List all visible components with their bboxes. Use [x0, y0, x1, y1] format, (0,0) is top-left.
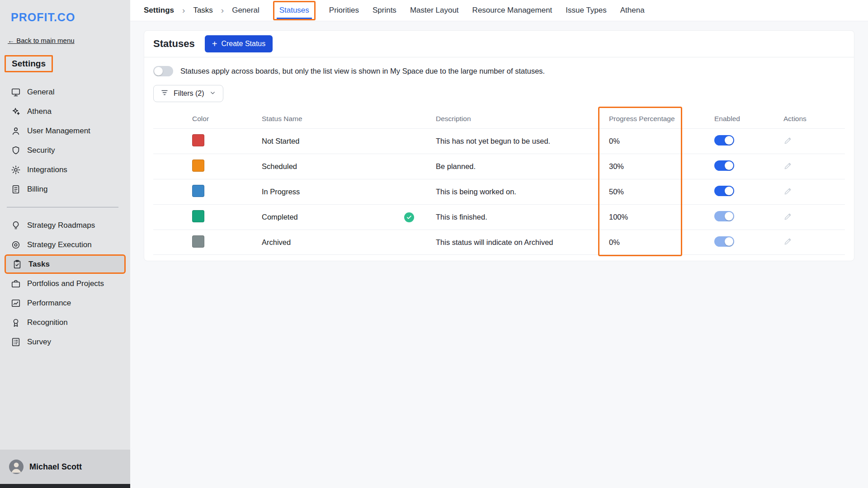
header-status-name: Status Name	[262, 115, 436, 123]
tab-sprints[interactable]: Sprints	[373, 6, 396, 15]
enabled-toggle[interactable]	[714, 135, 734, 145]
sidebar-item-strategy-execution[interactable]: Strategy Execution	[0, 235, 130, 254]
sidebar-user-footer[interactable]: Michael Scott	[0, 450, 130, 484]
sidebar-item-survey[interactable]: Survey	[0, 332, 130, 352]
edit-icon[interactable]	[783, 187, 793, 196]
sidebar-divider	[7, 207, 118, 207]
edit-icon[interactable]	[783, 136, 793, 145]
chevron-down-icon	[209, 89, 216, 98]
avatar	[9, 460, 24, 474]
progress-value: 0%	[609, 137, 714, 145]
filter-icon	[160, 89, 169, 99]
sidebar-item-strategy-roadmaps[interactable]: Strategy Roadmaps	[0, 216, 130, 235]
sidebar-item-athena[interactable]: Athena	[0, 102, 130, 121]
page-title: Statuses	[153, 38, 195, 50]
sidebar-item-tasks[interactable]: Tasks	[5, 254, 126, 274]
sidebar-item-performance[interactable]: Performance	[0, 293, 130, 313]
table-row: In Progress This is being worked on. 50%	[153, 179, 845, 204]
sidebar: PROFIT.CO ← Back to main menu Settings G…	[0, 0, 130, 488]
chevron-right-icon: ›	[221, 5, 224, 15]
chart-icon	[11, 298, 21, 308]
table-row: Not Started This has not yet begun to be…	[153, 128, 845, 154]
progress-value: 0%	[609, 238, 714, 247]
check-icon	[404, 212, 414, 222]
enabled-toggle[interactable]	[714, 160, 734, 171]
sidebar-nav-top: General Athena User Management Security …	[0, 82, 130, 199]
progress-value: 50%	[609, 188, 714, 196]
briefcase-icon	[11, 279, 21, 289]
board-note-toggle[interactable]	[153, 66, 173, 76]
tab-priorities[interactable]: Priorities	[329, 6, 359, 15]
table-row: Completed This is finished. 100%	[153, 204, 845, 230]
status-description: This has not yet begun to be used.	[436, 137, 609, 145]
color-swatch	[192, 160, 204, 172]
color-swatch	[192, 235, 204, 248]
edit-icon[interactable]	[783, 237, 793, 246]
sidebar-item-label: Tasks	[28, 260, 50, 269]
content-area: Statuses + Create Status Statuses apply …	[130, 21, 868, 488]
tab-general[interactable]: General	[232, 6, 259, 15]
statuses-card: Statuses + Create Status Statuses apply …	[144, 30, 854, 261]
enabled-toggle[interactable]	[714, 186, 734, 196]
sidebar-item-recognition[interactable]: Recognition	[0, 313, 130, 332]
sidebar-item-label: Portfolios and Projects	[27, 279, 104, 288]
sidebar-item-billing[interactable]: Billing	[0, 179, 130, 199]
sidebar-item-label: User Management	[27, 127, 90, 136]
sidebar-item-label: Billing	[27, 185, 47, 194]
top-navigation: Settings › Tasks › General Statuses Prio…	[130, 0, 868, 21]
breadcrumb-settings[interactable]: Settings	[144, 6, 174, 15]
color-swatch	[192, 210, 204, 222]
shield-icon	[11, 145, 21, 155]
status-name: Not Started	[262, 137, 299, 145]
header-actions: Actions	[783, 115, 845, 123]
filters-label: Filters (2)	[174, 89, 204, 98]
target-icon	[11, 240, 21, 250]
enabled-toggle[interactable]	[714, 236, 734, 247]
filters-button[interactable]: Filters (2)	[153, 85, 223, 102]
sidebar-item-label: Athena	[27, 107, 52, 116]
create-status-button[interactable]: + Create Status	[205, 35, 273, 52]
table-row: Archived This status will indicate on Ar…	[153, 230, 845, 255]
tab-athena[interactable]: Athena	[620, 6, 645, 15]
card-header: Statuses + Create Status	[144, 31, 854, 57]
sidebar-item-general[interactable]: General	[0, 82, 130, 102]
breadcrumb-tasks[interactable]: Tasks	[193, 6, 212, 15]
sidebar-item-label: General	[27, 88, 54, 97]
status-name: In Progress	[262, 188, 300, 196]
progress-value: 30%	[609, 162, 714, 171]
tab-master-layout[interactable]: Master Layout	[410, 6, 459, 15]
sidebar-item-label: Survey	[27, 338, 51, 347]
tab-resource-management[interactable]: Resource Management	[472, 6, 552, 15]
status-description: This status will indicate on Archived	[436, 238, 609, 247]
header-progress-percentage: Progress Percentage	[609, 115, 714, 123]
chevron-right-icon: ›	[182, 5, 185, 15]
lightbulb-icon	[11, 221, 21, 230]
document-icon	[11, 184, 21, 194]
profit-co-logo: PROFIT.CO	[0, 0, 130, 24]
sidebar-bottom-strip	[0, 484, 130, 488]
edit-icon[interactable]	[783, 161, 793, 170]
main-area: Settings › Tasks › General Statuses Prio…	[130, 0, 868, 488]
create-status-label: Create Status	[221, 40, 265, 48]
status-name: Archived	[262, 238, 291, 247]
sidebar-item-security[interactable]: Security	[0, 141, 130, 160]
survey-icon	[11, 337, 21, 347]
tab-statuses[interactable]: Statuses	[273, 1, 316, 20]
sidebar-item-portfolios-and-projects[interactable]: Portfolios and Projects	[0, 274, 130, 293]
edit-icon[interactable]	[783, 212, 793, 221]
back-to-main-menu-link[interactable]: ← Back to main menu	[8, 37, 130, 44]
sidebar-item-integrations[interactable]: Integrations	[0, 160, 130, 179]
enabled-toggle[interactable]	[714, 211, 734, 221]
sidebar-item-user-management[interactable]: User Management	[0, 121, 130, 141]
sidebar-nav-bottom: Strategy Roadmaps Strategy Execution Tas…	[0, 216, 130, 352]
status-name: Scheduled	[262, 162, 297, 171]
gear-icon	[11, 165, 21, 175]
header-description: Description	[436, 115, 609, 123]
sidebar-item-label: Recognition	[27, 318, 68, 327]
board-note-row: Statuses apply across boards, but only t…	[153, 66, 845, 76]
progress-value: 100%	[609, 213, 714, 221]
user-name: Michael Scott	[29, 462, 82, 472]
page: PROFIT.CO ← Back to main menu Settings G…	[0, 0, 868, 488]
tab-issue-types[interactable]: Issue Types	[566, 6, 606, 15]
header-enabled: Enabled	[714, 115, 783, 123]
